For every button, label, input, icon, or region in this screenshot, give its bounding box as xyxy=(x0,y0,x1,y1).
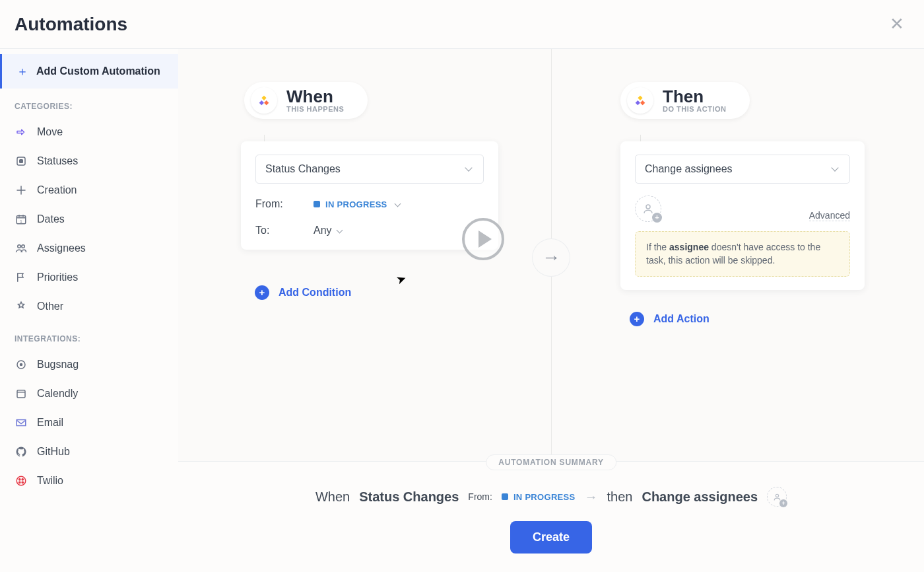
sidebar-item-github[interactable]: GitHub xyxy=(0,437,178,466)
sidebar-item-label: Creation xyxy=(37,184,77,196)
sidebar-item-bugsnag[interactable]: Bugsnag xyxy=(0,350,178,379)
advanced-link[interactable]: Advanced xyxy=(809,210,850,221)
add-condition-button[interactable]: + Add Condition xyxy=(255,285,351,300)
sidebar-item-assignees[interactable]: Assignees xyxy=(0,234,178,263)
assignees-icon xyxy=(15,242,28,255)
cursor-icon: ➤ xyxy=(394,271,409,288)
move-icon xyxy=(15,125,28,139)
bugsnag-icon xyxy=(15,358,28,371)
creation-icon xyxy=(15,184,28,197)
to-status-value: Any xyxy=(314,225,332,236)
close-icon[interactable]: ✕ xyxy=(890,14,904,34)
integrations-heading: INTEGRATIONS: xyxy=(0,321,178,350)
svg-point-13 xyxy=(22,482,23,483)
twilio-icon xyxy=(15,474,28,487)
sidebar-item-label: Other xyxy=(37,301,63,312)
svg-point-5 xyxy=(22,245,25,248)
status-color-swatch xyxy=(314,201,320,207)
summary-sentence: When Status Changes From: IN PROGRESS → … xyxy=(178,487,924,507)
sidebar-item-creation[interactable]: Creation xyxy=(0,176,178,205)
sidebar-item-label: Priorities xyxy=(37,271,78,283)
dates-icon: 1 xyxy=(15,213,28,226)
sidebar-item-statuses[interactable]: Statuses xyxy=(0,147,178,176)
warning-message: If the assignee doesn't have access to t… xyxy=(635,231,850,277)
automation-canvas: When THIS HAPPENS Status Changes From: I… xyxy=(178,49,924,461)
trigger-card: Status Changes From: IN PROGRESS To: Any xyxy=(241,141,498,250)
summary-heading: AUTOMATION SUMMARY xyxy=(486,454,616,470)
plus-circle-icon: + xyxy=(255,285,269,300)
trigger-select-value: Status Changes xyxy=(265,163,341,175)
summary-from-status: IN PROGRESS xyxy=(502,492,576,502)
when-header: When THIS HAPPENS xyxy=(244,82,368,119)
add-custom-label: Add Custom Automation xyxy=(36,65,160,77)
other-icon xyxy=(15,300,28,313)
summary-from-value: IN PROGRESS xyxy=(513,492,576,502)
add-condition-label: Add Condition xyxy=(279,287,351,299)
sidebar-item-label: Twilio xyxy=(37,475,63,487)
svg-point-7 xyxy=(20,364,22,366)
clickup-logo-icon xyxy=(251,87,277,114)
statuses-icon xyxy=(15,155,28,168)
from-label: From: xyxy=(255,198,295,210)
action-select[interactable]: Change assignees xyxy=(635,155,850,184)
action-card: Change assignees + Advanced If the assig… xyxy=(620,141,865,290)
then-subtitle: DO THIS ACTION xyxy=(663,105,726,113)
plus-badge-icon: + xyxy=(652,213,662,223)
priorities-icon xyxy=(15,271,28,284)
sidebar-item-label: Bugsnag xyxy=(37,359,79,371)
svg-rect-1 xyxy=(20,160,23,163)
add-action-button[interactable]: + Add Action xyxy=(630,312,710,326)
trigger-select[interactable]: Status Changes xyxy=(255,155,484,184)
svg-point-4 xyxy=(18,245,21,248)
summary-when-word: When xyxy=(315,489,350,505)
svg-point-10 xyxy=(19,479,20,480)
sidebar-item-move[interactable]: Move xyxy=(0,118,178,147)
from-status-value: IN PROGRESS xyxy=(325,199,387,209)
action-select-value: Change assignees xyxy=(645,163,733,175)
when-subtitle: THIS HAPPENS xyxy=(286,105,344,113)
status-color-swatch xyxy=(502,493,508,500)
arrow-right-icon: → xyxy=(585,489,598,505)
sidebar-item-calendly[interactable]: Calendly xyxy=(0,379,178,408)
email-icon xyxy=(15,416,28,429)
sidebar-item-dates[interactable]: 1 Dates xyxy=(0,205,178,234)
sidebar-item-email[interactable]: Email xyxy=(0,408,178,437)
svg-text:1: 1 xyxy=(20,219,22,223)
sidebar-item-priorities[interactable]: Priorities xyxy=(0,263,178,292)
sidebar-item-label: Email xyxy=(37,417,63,429)
create-button[interactable]: Create xyxy=(510,521,592,554)
svg-point-9 xyxy=(16,476,26,485)
then-header: Then DO THIS ACTION xyxy=(620,82,750,119)
summary-trigger: Status Changes xyxy=(359,489,459,505)
sidebar-item-twilio[interactable]: Twilio xyxy=(0,466,178,495)
sidebar-item-label: Move xyxy=(37,126,63,138)
to-status-dropdown[interactable]: Any xyxy=(314,225,342,236)
clickup-logo-icon xyxy=(627,87,653,114)
plus-badge-icon: + xyxy=(779,499,787,507)
chevron-down-icon xyxy=(394,200,401,207)
add-assignee-button[interactable]: + xyxy=(635,196,661,222)
add-custom-automation-button[interactable]: ＋ Add Custom Automation xyxy=(0,54,178,89)
summary-then-word: then xyxy=(607,489,633,505)
svg-point-15 xyxy=(776,494,778,497)
svg-rect-8 xyxy=(17,390,25,398)
from-status-dropdown[interactable]: IN PROGRESS xyxy=(314,199,400,209)
footer: AUTOMATION SUMMARY When Status Changes F… xyxy=(178,461,924,572)
sidebar-item-other[interactable]: Other xyxy=(0,292,178,321)
svg-point-11 xyxy=(22,479,23,480)
summary-from-label: From: xyxy=(468,491,492,502)
sidebar-item-label: Calendly xyxy=(37,388,78,400)
calendly-icon xyxy=(15,387,28,400)
categories-heading: CATEGORIES: xyxy=(0,89,178,118)
chevron-down-icon xyxy=(466,165,474,173)
then-title: Then xyxy=(663,88,726,105)
sidebar: ＋ Add Custom Automation CATEGORIES: Move… xyxy=(0,49,178,572)
chevron-down-icon xyxy=(832,165,840,173)
add-action-label: Add Action xyxy=(653,313,710,325)
sidebar-item-label: Dates xyxy=(37,213,65,225)
sidebar-item-label: Statuses xyxy=(37,155,78,167)
svg-point-14 xyxy=(646,205,650,209)
play-button[interactable] xyxy=(462,218,504,260)
to-label: To: xyxy=(255,225,295,236)
sidebar-item-label: Assignees xyxy=(37,242,86,254)
